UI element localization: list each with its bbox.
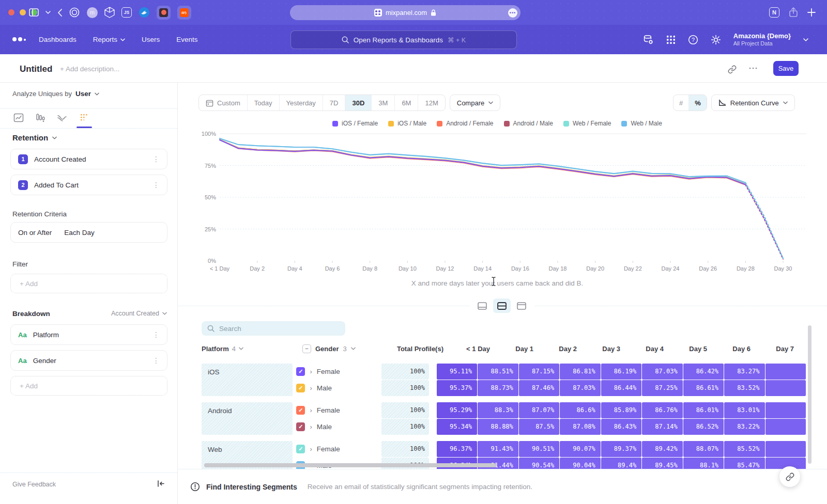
step-card-added-to-cart[interactable]: 2 Added To Cart ⋮ (10, 175, 167, 195)
column-gender[interactable]: − Gender 3 (295, 344, 393, 353)
analyze-entity-selector[interactable]: User (75, 90, 91, 98)
notion-icon[interactable]: N (769, 7, 779, 18)
extension-cube-icon[interactable] (104, 7, 115, 18)
column-total-profiles[interactable]: Total Profile(s) (393, 345, 443, 353)
date-range-custom[interactable]: Custom (199, 95, 247, 111)
retention-value-cell[interactable]: 90.04% (560, 458, 600, 469)
tab-insights-icon[interactable] (13, 113, 24, 123)
extension-red-icon[interactable] (157, 6, 171, 20)
retention-value-cell[interactable]: 89.45% (642, 458, 682, 469)
retention-value-cell[interactable]: 95.37% (437, 380, 477, 396)
retention-value-cell[interactable]: 87.25% (642, 380, 682, 396)
legend-item[interactable]: Android / Female (437, 120, 493, 127)
select-all-checkbox-indeterminate[interactable]: − (302, 344, 311, 353)
breakdown-property-name[interactable]: Gender (33, 357, 56, 365)
expand-row-icon[interactable]: › (310, 445, 312, 453)
retention-value-cell[interactable]: 83.52% (724, 380, 764, 396)
kebab-menu-icon[interactable]: ⋮ (152, 181, 160, 189)
retention-value-cell[interactable]: 87.08% (560, 419, 600, 435)
series-checkbox[interactable]: ✓ (296, 422, 305, 431)
retention-value-cell[interactable]: 87.14% (642, 419, 682, 435)
add-description-field[interactable]: + Add description... (60, 65, 119, 73)
retention-value-cell[interactable]: 90.51% (519, 441, 559, 457)
save-button[interactable]: Save (773, 61, 799, 76)
tab-flows-icon[interactable] (57, 113, 67, 123)
expand-row-icon[interactable]: › (310, 368, 312, 375)
series-checkbox[interactable]: ✓ (296, 406, 305, 415)
layout-chart-only-icon[interactable] (473, 298, 491, 313)
nav-events[interactable]: Events (176, 36, 197, 43)
retention-value-cell[interactable]: 88.51% (478, 364, 518, 380)
expand-row-icon[interactable]: › (310, 406, 312, 414)
mixpanel-logo[interactable] (12, 37, 26, 41)
nav-dashboards[interactable]: Dashboards (39, 36, 76, 43)
retention-value-cell[interactable]: 83.22% (724, 419, 764, 435)
series-checkbox[interactable]: ✓ (296, 384, 305, 392)
compare-button[interactable]: Compare (450, 94, 500, 111)
add-breakdown-button[interactable]: + Add (10, 376, 167, 396)
retention-value-cell[interactable]: 95.11% (437, 364, 477, 380)
retention-value-cell[interactable]: 87.46% (519, 380, 559, 396)
section-title[interactable]: Retention (12, 133, 48, 142)
retention-value-cell[interactable]: 88.3% (478, 402, 518, 418)
column-day-2[interactable]: Day 2 (539, 345, 582, 353)
extension-cloud-icon[interactable] (177, 6, 191, 20)
series-checkbox[interactable]: ✓ (296, 445, 305, 453)
retention-value-cell[interactable]: 85.89% (601, 402, 641, 418)
column-day-1[interactable]: Day 1 (495, 345, 539, 353)
step-event-name[interactable]: Added To Cart (34, 181, 79, 189)
legend-item[interactable]: Web / Female (563, 120, 611, 127)
legend-item[interactable]: Android / Male (504, 120, 553, 127)
legend-item[interactable]: iOS / Female (332, 120, 378, 127)
add-filter-button[interactable]: + Add (10, 274, 167, 293)
more-options-icon[interactable]: ⋯ (748, 62, 758, 74)
breakdown-scope-selector[interactable]: Account Created (111, 310, 159, 317)
retention-value-cell[interactable]: 89.37% (601, 441, 641, 457)
traffic-close-button[interactable] (8, 9, 14, 15)
platform-cell[interactable]: Android (202, 402, 293, 435)
unit-percent-button[interactable]: % (688, 95, 707, 111)
date-range-yesterday[interactable]: Yesterday (279, 95, 323, 111)
retention-value-cell[interactable]: 87.15% (519, 364, 559, 380)
criteria-mode[interactable]: On or After (18, 229, 52, 237)
date-range-6m[interactable]: 6M (394, 95, 418, 111)
column-day-4[interactable]: Day 4 (625, 345, 669, 353)
date-range-30d[interactable]: 30D (345, 95, 371, 111)
share-icon[interactable] (789, 7, 798, 18)
expand-row-icon[interactable]: › (310, 423, 312, 431)
collapse-sidebar-icon[interactable] (157, 480, 165, 487)
breakdown-card-gender[interactable]: Aa Gender ⋮ (10, 350, 167, 371)
copy-link-button[interactable] (779, 466, 800, 487)
retention-value-cell[interactable]: 88.88% (478, 419, 518, 435)
chevron-down-icon[interactable] (45, 11, 51, 14)
tab-retention-icon[interactable] (79, 113, 89, 123)
layout-table-only-icon[interactable] (513, 298, 530, 313)
global-search[interactable]: Open Reports & Dashboards ⌘ + K (290, 30, 517, 49)
retention-value-cell[interactable]: 89.42% (642, 441, 682, 457)
retention-value-cell[interactable]: 86.19% (601, 364, 641, 380)
kebab-menu-icon[interactable]: ⋮ (152, 330, 160, 339)
extension-js-icon[interactable]: JS (121, 7, 132, 18)
vertical-scrollbar[interactable] (808, 325, 811, 464)
new-tab-icon[interactable] (807, 8, 816, 17)
retention-value-cell[interactable]: 96.37% (437, 441, 477, 457)
retention-line-chart[interactable]: 0%25%50%75%100%< 1 DayDay 2Day 4Day 6Day… (198, 128, 806, 278)
breakdown-card-platform[interactable]: Aa Platform ⋮ (10, 324, 167, 345)
retention-value-cell[interactable]: 86.01% (683, 402, 724, 418)
retention-value-cell[interactable]: 87.03% (560, 380, 600, 396)
site-options-icon[interactable]: ••• (508, 8, 517, 18)
unit-number-button[interactable]: # (673, 95, 688, 111)
column-day-6[interactable]: Day 6 (712, 345, 756, 353)
retention-value-cell[interactable]: 95.34% (437, 419, 477, 435)
share-link-icon[interactable] (728, 65, 737, 74)
retention-criteria-card[interactable]: On or After Each Day (10, 222, 167, 243)
retention-value-cell[interactable]: 85.52% (724, 441, 764, 457)
kebab-menu-icon[interactable]: ⋮ (152, 356, 160, 365)
retention-value-cell[interactable]: 86.42% (683, 364, 724, 380)
step-card-account-created[interactable]: 1 Account Created ⋮ (10, 149, 167, 169)
retention-value-cell[interactable]: 90.07% (560, 441, 600, 457)
retention-value-cell[interactable]: 86.43% (601, 419, 641, 435)
retention-value-cell[interactable]: 83.01% (724, 402, 764, 418)
page-title[interactable]: Untitled (20, 64, 52, 74)
retention-value-cell[interactable]: 95.29% (437, 402, 477, 418)
